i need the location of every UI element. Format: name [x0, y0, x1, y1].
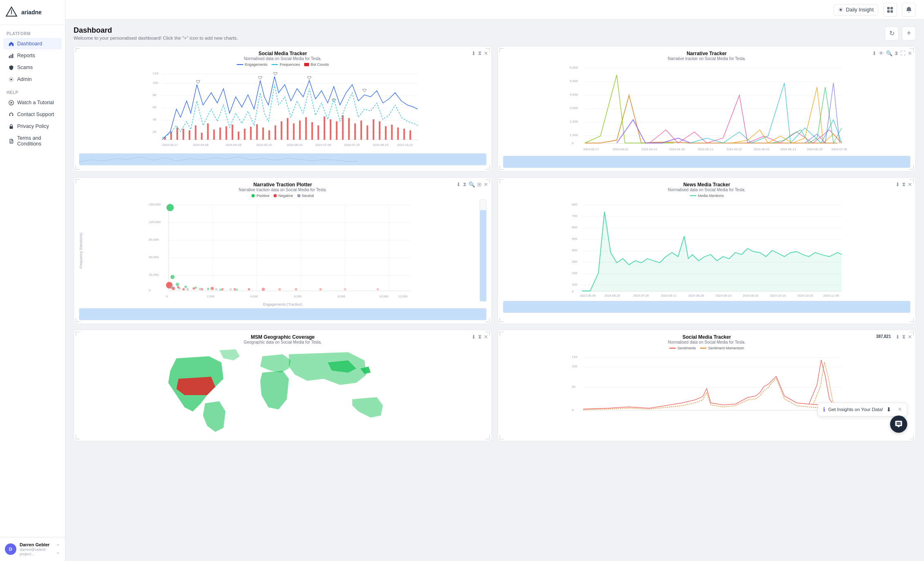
svg-rect-59: [348, 118, 350, 140]
eye-icon[interactable]: 👁: [879, 50, 884, 56]
sidebar-item-admin[interactable]: Admin: [3, 74, 62, 85]
svg-text:2024-07-25: 2024-07-25: [344, 143, 360, 147]
svg-text:2,000: 2,000: [570, 120, 579, 123]
svg-point-132: [201, 288, 203, 291]
vertical-scrollbar[interactable]: [480, 199, 487, 302]
expand-icon[interactable]: ⛶: [900, 50, 906, 56]
close-icon[interactable]: ✕: [908, 181, 912, 188]
user-profile[interactable]: D Darren Gebler darren@valent-project...…: [0, 537, 65, 561]
grid-view-button[interactable]: [883, 3, 897, 17]
svg-text:0: 0: [572, 408, 574, 412]
narrative-traction-card: Narrative Traction Plotter Narrative tra…: [74, 177, 492, 324]
svg-text:2024-11-09: 2024-11-09: [823, 294, 839, 297]
sidebar-item-reports[interactable]: Reports: [3, 50, 62, 61]
svg-text:2024-06-25: 2024-06-25: [807, 148, 823, 151]
add-chart-button[interactable]: +: [902, 27, 916, 40]
search-icon[interactable]: 🔍: [886, 50, 893, 56]
charts-grid: Social Media Tracker Normalised data on …: [74, 46, 916, 441]
sidebar-item-dashboard[interactable]: Dashboard: [3, 38, 62, 49]
close-icon[interactable]: ✕: [484, 181, 488, 188]
sidebar-item-terms[interactable]: Terms and Conditions: [3, 132, 62, 150]
main-content: ☀ Daily Insight Dashboard Welcome to you…: [65, 0, 924, 561]
svg-rect-64: [379, 121, 381, 140]
chart-scrollbar-news[interactable]: [503, 301, 911, 313]
grid-icon[interactable]: ⊞: [477, 181, 482, 188]
svg-point-138: [278, 288, 281, 291]
sidebar-item-privacy-policy[interactable]: Privacy Policy: [3, 121, 62, 132]
svg-rect-33: [189, 130, 191, 140]
svg-point-143: [170, 286, 173, 289]
svg-point-154: [207, 288, 209, 290]
chat-button[interactable]: [890, 416, 907, 433]
download-icon[interactable]: ⬇: [895, 181, 900, 188]
close-icon[interactable]: ✕: [484, 50, 488, 56]
close-icon[interactable]: ✕: [908, 50, 912, 56]
svg-rect-68: [404, 129, 405, 140]
sidebar-item-contact-support[interactable]: Contact Support: [3, 109, 62, 120]
svg-text:2024-07-06: 2024-07-06: [832, 148, 847, 151]
svg-text:30,000: 30,000: [149, 273, 159, 277]
svg-text:2024-05-22: 2024-05-22: [727, 148, 742, 151]
svg-text:110: 110: [153, 72, 159, 75]
svg-text:2024-04-13: 2024-04-13: [641, 148, 657, 151]
filter-icon[interactable]: ⧗: [463, 181, 466, 188]
svg-text:8,000: 8,000: [338, 295, 345, 298]
sidebar-item-contact-support-label: Contact Support: [17, 112, 54, 117]
bar-chart-icon: [8, 53, 14, 58]
svg-text:2024-04-02: 2024-04-02: [613, 148, 628, 151]
svg-text:2024-06-14: 2024-06-14: [780, 148, 796, 151]
help-section-label: Help: [2, 85, 63, 96]
svg-text:2024-06-02: 2024-06-02: [754, 148, 769, 151]
filter-icon[interactable]: ⧗: [902, 333, 906, 340]
insight-popup: ℹ Get Insights on Your Data! ⬇ ✕: [818, 402, 907, 416]
chart-scrollbar[interactable]: [79, 153, 487, 165]
chart-scrollbar-traction[interactable]: [79, 308, 487, 320]
notification-button[interactable]: [902, 3, 916, 17]
svg-text:2024-08-11: 2024-08-11: [661, 294, 677, 297]
legend-item: Engagements: [237, 63, 268, 67]
svg-text:10,000: 10,000: [379, 295, 388, 298]
download-icon[interactable]: ⬇: [895, 334, 900, 340]
daily-insight-button[interactable]: ☀ Daily Insight: [834, 4, 878, 16]
svg-text:600: 600: [572, 226, 578, 229]
svg-text:2024-09-10: 2024-09-10: [716, 294, 731, 297]
logo-text: ariadne: [21, 9, 42, 16]
svg-text:40: 40: [153, 118, 157, 121]
filter-icon[interactable]: ⧗: [478, 333, 482, 340]
sun-icon: ☀: [838, 7, 843, 13]
sidebar-item-scams[interactable]: Scams: [3, 62, 62, 73]
download-icon[interactable]: ⬇: [471, 50, 476, 56]
svg-point-151: [176, 283, 179, 286]
svg-marker-7: [10, 102, 12, 104]
chart-subtitle-msm: Geographic data on Social Media for Tesl…: [79, 340, 487, 344]
play-icon: [8, 100, 14, 105]
filter-icon[interactable]: ⧗: [902, 181, 906, 188]
insight-close-button[interactable]: ✕: [898, 407, 902, 412]
page-title: Dashboard: [74, 26, 238, 35]
close-icon[interactable]: ✕: [484, 334, 488, 340]
chart-actions: ⬇ ⧗ ✕: [471, 50, 488, 56]
legend-item: Negative: [274, 194, 293, 198]
sidebar-item-terms-label: Terms and Conditions: [17, 135, 57, 147]
sidebar-item-dashboard-label: Dashboard: [17, 41, 42, 47]
filter-icon[interactable]: ⧗: [895, 50, 898, 56]
svg-rect-3: [10, 55, 11, 58]
svg-text:2024-05-11: 2024-05-11: [698, 148, 713, 151]
svg-rect-13: [890, 7, 893, 9]
filter-icon[interactable]: ⧗: [478, 50, 482, 56]
sidebar-item-admin-label: Admin: [17, 76, 31, 82]
download-icon[interactable]: ⬇: [872, 50, 877, 56]
house-icon: [8, 41, 14, 47]
refresh-button[interactable]: ↻: [885, 27, 899, 40]
chart-scrollbar-narrative[interactable]: [503, 156, 911, 168]
chart-title-traction: Narrative Traction Plotter: [79, 182, 487, 188]
sidebar-item-watch-tutorial[interactable]: Watch a Tutorial: [3, 97, 62, 108]
close-icon[interactable]: ✕: [908, 334, 912, 340]
chart-actions-sentiment: ⬇ ⧗ ✕: [895, 333, 912, 340]
sentiment-tracker-card: Social Media Tracker Normalised data on …: [498, 330, 916, 441]
download-icon[interactable]: ⬇: [471, 334, 476, 340]
svg-point-145: [186, 288, 189, 291]
search-icon[interactable]: 🔍: [469, 181, 475, 188]
download-icon[interactable]: ⬇: [456, 181, 461, 188]
dashboard-header: Dashboard Welcome to your personalised d…: [74, 26, 916, 40]
